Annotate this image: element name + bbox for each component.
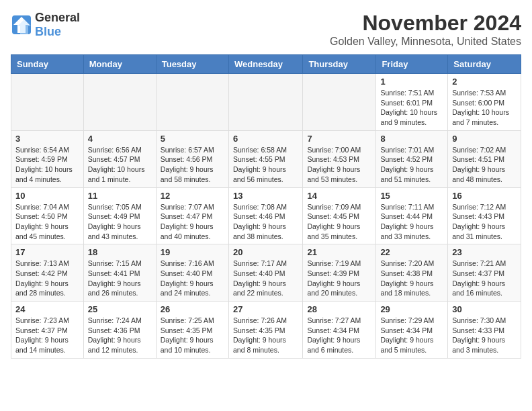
- day-number: 22: [380, 247, 443, 257]
- day-info: Sunrise: 7:09 AMSunset: 4:45 PMDaylight:…: [307, 202, 371, 242]
- day-info: Sunrise: 7:04 AMSunset: 4:50 PMDaylight:…: [15, 202, 79, 242]
- day-number: 17: [15, 247, 79, 257]
- day-info: Sunrise: 7:08 AMSunset: 4:46 PMDaylight:…: [233, 202, 298, 242]
- day-info: Sunrise: 7:13 AMSunset: 4:42 PMDaylight:…: [15, 259, 79, 298]
- weekday-header-thursday: Thursday: [303, 55, 376, 74]
- calendar-cell: 18Sunrise: 7:15 AMSunset: 4:41 PMDayligh…: [83, 244, 156, 302]
- day-info: Sunrise: 7:25 AMSunset: 4:35 PMDaylight:…: [161, 316, 224, 355]
- calendar-cell: [156, 74, 228, 131]
- day-info: Sunrise: 7:16 AMSunset: 4:40 PMDaylight:…: [161, 259, 224, 298]
- day-info: Sunrise: 7:21 AMSunset: 4:37 PMDaylight:…: [452, 259, 517, 298]
- weekday-header-monday: Monday: [83, 55, 156, 74]
- calendar-week-5: 24Sunrise: 7:23 AMSunset: 4:37 PMDayligh…: [11, 302, 521, 359]
- day-number: 25: [88, 304, 152, 314]
- calendar-cell: 22Sunrise: 7:20 AMSunset: 4:38 PMDayligh…: [376, 244, 448, 302]
- day-info: Sunrise: 7:00 AMSunset: 4:53 PMDaylight:…: [307, 145, 371, 185]
- logo: General Blue: [11, 11, 80, 39]
- weekday-header-wednesday: Wednesday: [228, 55, 302, 74]
- day-info: Sunrise: 7:12 AMSunset: 4:43 PMDaylight:…: [452, 202, 517, 242]
- day-number: 21: [307, 247, 371, 257]
- calendar-cell: 21Sunrise: 7:19 AMSunset: 4:39 PMDayligh…: [303, 244, 376, 302]
- day-info: Sunrise: 6:58 AMSunset: 4:55 PMDaylight:…: [233, 145, 298, 185]
- day-number: 19: [161, 247, 224, 257]
- calendar-cell: 24Sunrise: 7:23 AMSunset: 4:37 PMDayligh…: [11, 302, 84, 359]
- calendar-cell: 10Sunrise: 7:04 AMSunset: 4:50 PMDayligh…: [11, 187, 84, 244]
- weekday-header-row: SundayMondayTuesdayWednesdayThursdayFrid…: [11, 55, 521, 74]
- calendar-cell: 26Sunrise: 7:25 AMSunset: 4:35 PMDayligh…: [156, 302, 228, 359]
- calendar-cell: [11, 74, 84, 131]
- day-info: Sunrise: 7:19 AMSunset: 4:39 PMDaylight:…: [307, 259, 371, 298]
- day-info: Sunrise: 7:53 AMSunset: 6:00 PMDaylight:…: [452, 88, 517, 128]
- day-info: Sunrise: 7:05 AMSunset: 4:49 PMDaylight:…: [88, 202, 152, 242]
- day-info: Sunrise: 7:27 AMSunset: 4:34 PMDaylight:…: [307, 316, 371, 355]
- day-info: Sunrise: 7:29 AMSunset: 4:34 PMDaylight:…: [380, 316, 443, 355]
- calendar-cell: [83, 74, 156, 131]
- calendar-cell: 28Sunrise: 7:27 AMSunset: 4:34 PMDayligh…: [303, 302, 376, 359]
- day-number: 23: [452, 247, 517, 257]
- day-number: 11: [88, 191, 152, 201]
- day-number: 14: [307, 191, 371, 201]
- day-number: 8: [380, 134, 443, 144]
- calendar-cell: 5Sunrise: 6:57 AMSunset: 4:56 PMDaylight…: [156, 130, 228, 187]
- day-info: Sunrise: 6:56 AMSunset: 4:57 PMDaylight:…: [88, 145, 152, 185]
- day-info: Sunrise: 7:23 AMSunset: 4:37 PMDaylight:…: [15, 316, 79, 355]
- day-number: 5: [161, 134, 224, 144]
- calendar-cell: [303, 74, 376, 131]
- calendar-cell: 7Sunrise: 7:00 AMSunset: 4:53 PMDaylight…: [303, 130, 376, 187]
- day-number: 6: [233, 134, 298, 144]
- month-title: November 2024: [330, 11, 521, 36]
- day-number: 9: [452, 134, 517, 144]
- calendar-cell: 17Sunrise: 7:13 AMSunset: 4:42 PMDayligh…: [11, 244, 84, 302]
- day-number: 7: [307, 134, 371, 144]
- calendar-cell: 3Sunrise: 6:54 AMSunset: 4:59 PMDaylight…: [11, 130, 84, 187]
- day-info: Sunrise: 6:57 AMSunset: 4:56 PMDaylight:…: [161, 145, 224, 185]
- calendar-cell: 12Sunrise: 7:07 AMSunset: 4:47 PMDayligh…: [156, 187, 228, 244]
- logo-general-text: General: [35, 11, 80, 25]
- day-info: Sunrise: 7:01 AMSunset: 4:52 PMDaylight:…: [380, 145, 443, 185]
- calendar-table: SundayMondayTuesdayWednesdayThursdayFrid…: [11, 54, 521, 359]
- logo-blue-text: Blue: [35, 25, 61, 39]
- day-info: Sunrise: 7:20 AMSunset: 4:38 PMDaylight:…: [380, 259, 443, 298]
- day-number: 1: [380, 77, 443, 87]
- day-number: 3: [15, 134, 79, 144]
- day-number: 13: [233, 191, 298, 201]
- day-info: Sunrise: 7:26 AMSunset: 4:35 PMDaylight:…: [233, 316, 298, 355]
- calendar-cell: 27Sunrise: 7:26 AMSunset: 4:35 PMDayligh…: [228, 302, 302, 359]
- day-info: Sunrise: 7:24 AMSunset: 4:36 PMDaylight:…: [88, 316, 152, 355]
- day-info: Sunrise: 7:02 AMSunset: 4:51 PMDaylight:…: [452, 145, 517, 185]
- title-section: November 2024 Golden Valley, Minnesota, …: [330, 11, 521, 48]
- day-number: 24: [15, 304, 79, 314]
- calendar-cell: 2Sunrise: 7:53 AMSunset: 6:00 PMDaylight…: [448, 74, 521, 131]
- day-info: Sunrise: 7:15 AMSunset: 4:41 PMDaylight:…: [88, 259, 152, 298]
- calendar-body: 1Sunrise: 7:51 AMSunset: 6:01 PMDaylight…: [11, 74, 521, 359]
- calendar-cell: [228, 74, 302, 131]
- calendar-cell: 9Sunrise: 7:02 AMSunset: 4:51 PMDaylight…: [448, 130, 521, 187]
- day-info: Sunrise: 7:30 AMSunset: 4:33 PMDaylight:…: [452, 316, 517, 355]
- calendar-cell: 30Sunrise: 7:30 AMSunset: 4:33 PMDayligh…: [448, 302, 521, 359]
- day-info: Sunrise: 6:54 AMSunset: 4:59 PMDaylight:…: [15, 145, 79, 185]
- calendar-header: SundayMondayTuesdayWednesdayThursdayFrid…: [11, 55, 521, 74]
- calendar-week-1: 1Sunrise: 7:51 AMSunset: 6:01 PMDaylight…: [11, 74, 521, 131]
- calendar-cell: 19Sunrise: 7:16 AMSunset: 4:40 PMDayligh…: [156, 244, 228, 302]
- weekday-header-tuesday: Tuesday: [156, 55, 228, 74]
- day-number: 15: [380, 191, 443, 201]
- page-header: General Blue November 2024 Golden Valley…: [11, 11, 521, 48]
- day-number: 28: [307, 304, 371, 314]
- calendar-week-3: 10Sunrise: 7:04 AMSunset: 4:50 PMDayligh…: [11, 187, 521, 244]
- day-info: Sunrise: 7:07 AMSunset: 4:47 PMDaylight:…: [161, 202, 224, 242]
- day-number: 27: [233, 304, 298, 314]
- calendar-cell: 29Sunrise: 7:29 AMSunset: 4:34 PMDayligh…: [376, 302, 448, 359]
- calendar-cell: 16Sunrise: 7:12 AMSunset: 4:43 PMDayligh…: [448, 187, 521, 244]
- day-number: 12: [161, 191, 224, 201]
- day-number: 2: [452, 77, 517, 87]
- day-number: 10: [15, 191, 79, 201]
- calendar-cell: 6Sunrise: 6:58 AMSunset: 4:55 PMDaylight…: [228, 130, 302, 187]
- calendar-cell: 23Sunrise: 7:21 AMSunset: 4:37 PMDayligh…: [448, 244, 521, 302]
- calendar-week-2: 3Sunrise: 6:54 AMSunset: 4:59 PMDaylight…: [11, 130, 521, 187]
- calendar-cell: 11Sunrise: 7:05 AMSunset: 4:49 PMDayligh…: [83, 187, 156, 244]
- calendar-cell: 15Sunrise: 7:11 AMSunset: 4:44 PMDayligh…: [376, 187, 448, 244]
- day-number: 20: [233, 247, 298, 257]
- day-info: Sunrise: 7:11 AMSunset: 4:44 PMDaylight:…: [380, 202, 443, 242]
- day-number: 30: [452, 304, 517, 314]
- calendar-cell: 25Sunrise: 7:24 AMSunset: 4:36 PMDayligh…: [83, 302, 156, 359]
